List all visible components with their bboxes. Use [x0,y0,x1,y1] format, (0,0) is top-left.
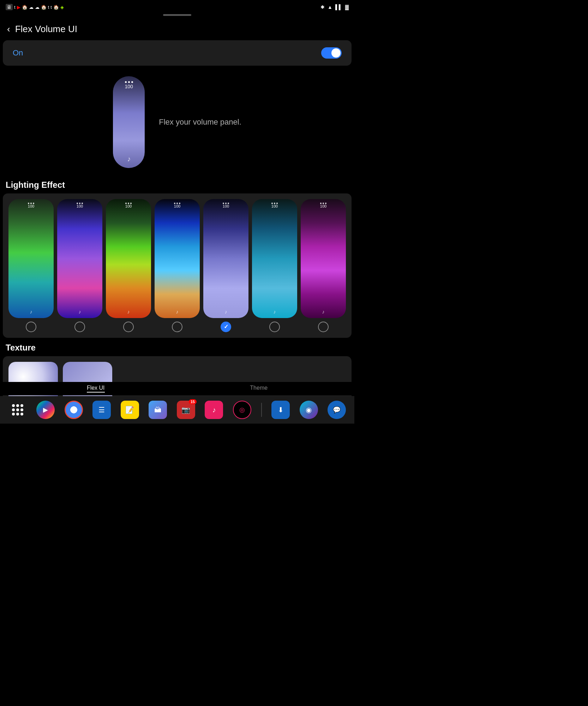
mini-value-2: 100 [77,204,83,208]
camera-red-icon[interactable]: 📷 15 [177,401,195,419]
app-header: ‹ Flex Volume UI [0,20,354,40]
lighting-item-6[interactable]: 100 ♪ [252,199,297,332]
lighting-grid: 100 ♪ 100 ♪ 100 [8,199,346,332]
mini-icon-6: ♪ [274,309,276,315]
battery-icon: ▓ [345,4,349,10]
page-title: Flex Volume UI [15,24,77,35]
radio-2[interactable] [74,322,85,332]
mini-icon-2: ♪ [79,309,81,315]
camera-badge: 15 [189,399,197,404]
preview-area: 100 ♪ Flex your volume panel. [0,69,354,175]
play-store-icon[interactable]: ▶ [36,401,55,419]
download-icon[interactable]: ⬇ [271,401,290,419]
mini-icon-5: ♪ [225,309,227,315]
mini-panel-4: 100 ♪ [155,199,200,318]
radio-7[interactable] [318,322,329,332]
mini-value-5: 100 [223,204,229,208]
gallery-icon[interactable]: 🏔 [149,401,167,419]
status-bar: 🖥 t ▶ 🏠 ☁ ☁ 🏠 t t 🏠 ◈ ✱ ▲ ▌▌ ▓ [0,0,354,14]
drag-handle [163,14,191,16]
wifi-icon: ▲ [328,4,332,10]
lighting-item-3[interactable]: 100 ♪ [106,199,151,332]
mini-panel-1: 100 ♪ [8,199,54,318]
lighting-section-title: Lighting Effect [0,175,354,193]
bluetooth-icon: ✱ [320,4,325,10]
panel-dot-1 [125,81,127,83]
on-off-toggle[interactable] [321,47,342,59]
lighting-item-2[interactable]: 100 ♪ [57,199,102,332]
notes-icon[interactable]: 📝 [121,401,139,419]
radio-6[interactable] [269,322,280,332]
lighting-item-4[interactable]: 100 ♪ [155,199,200,332]
mini-icon-1: ♪ [30,309,32,315]
dock-divider [261,403,262,417]
mini-icon-4: ♪ [176,309,179,315]
radio-1[interactable] [26,322,36,332]
lighting-item-5[interactable]: 100 ♪ [203,199,248,332]
tab-flex-ui-label: Flex UI [87,385,105,393]
mini-panel-2: 100 ♪ [57,199,102,318]
mini-value-7: 100 [320,204,326,208]
radio-4[interactable] [172,322,182,332]
bottom-dock: ▶ ☰ 📝 🏔 📷 15 ♪ ◎ ⬇ ◉ 💬 [0,396,354,424]
mini-value-1: 100 [28,204,34,208]
app-grid-button[interactable] [8,401,27,419]
files-icon[interactable]: ☰ [92,401,111,419]
lighting-item-1[interactable]: 100 ♪ [8,199,54,332]
lighting-item-7[interactable]: 100 ♪ [301,199,346,332]
music-icon[interactable]: ♪ [205,401,223,419]
tab-theme[interactable]: Theme [239,382,278,395]
panel-dot-2 [128,81,130,83]
tab-flex-ui[interactable]: Flex UI [76,382,115,395]
bubble-app-icon[interactable]: ◉ [300,401,318,419]
preview-volume-panel: 100 ♪ [113,76,145,168]
chat-app-icon[interactable]: 💬 [328,401,346,419]
panel-dots [125,81,133,83]
radio-3[interactable] [123,322,134,332]
status-bar-right: ✱ ▲ ▌▌ ▓ [320,4,349,10]
bottom-tabs: Flex UI Theme [0,382,354,395]
status-bar-left: 🖥 t ▶ 🏠 ☁ ☁ 🏠 t t 🏠 ◈ [6,4,64,10]
radio-5[interactable] [221,322,231,332]
panel-volume-value: 100 [125,84,133,89]
toggle-row: On [3,40,352,66]
mini-panel-3: 100 ♪ [106,199,151,318]
mini-value-4: 100 [174,204,180,208]
chrome-icon[interactable] [65,401,83,419]
mini-panel-6: 100 ♪ [252,199,297,318]
panel-music-icon: ♪ [127,155,131,163]
texture-section-title: Texture [0,338,354,356]
mini-icon-7: ♪ [322,309,325,315]
mini-icon-3: ♪ [127,309,130,315]
mini-value-6: 100 [271,204,278,208]
signal-icon: ▌▌ [335,4,342,10]
toggle-label: On [13,48,23,58]
back-button[interactable]: ‹ [7,24,10,35]
lighting-section: 100 ♪ 100 ♪ 100 [3,193,352,338]
mini-value-3: 100 [125,204,132,208]
circle-app-icon[interactable]: ◎ [233,401,251,419]
panel-dot-3 [131,81,133,83]
preview-tagline: Flex your volume panel. [159,118,241,127]
mini-panel-7: 100 ♪ [301,199,346,318]
mini-panel-5: 100 ♪ [203,199,248,318]
tab-theme-label: Theme [250,385,268,391]
